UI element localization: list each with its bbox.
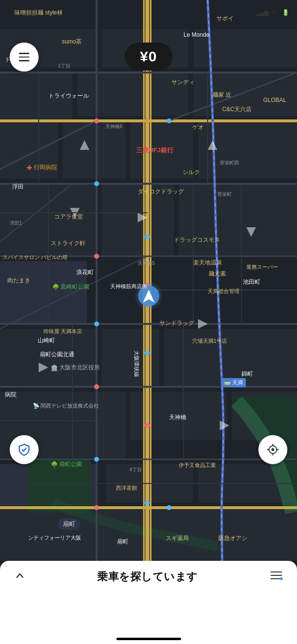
svg-point-54 bbox=[94, 457, 99, 462]
map-label-tenjin-bridge: 天神橋 bbox=[169, 413, 186, 422]
map-label-daikoku: ダイコクドラッグ bbox=[138, 188, 184, 196]
map-label-geo: ゲオ bbox=[192, 123, 204, 132]
map-label-mufj: 三菱UFJ銀行 bbox=[136, 146, 173, 155]
map-label-kanei: 菅栄町西 bbox=[220, 160, 239, 166]
map-label-ginmiya: 吟味屋 天満本店 bbox=[43, 328, 82, 335]
map-label-osaka-loop: 大阪環状線 bbox=[133, 351, 140, 377]
map-label-lemonde: Le Monde bbox=[184, 31, 209, 38]
svg-point-50 bbox=[94, 181, 99, 186]
map-label-yamazaki: 山崎町 bbox=[38, 337, 55, 345]
svg-point-48 bbox=[94, 118, 99, 123]
map-tag-ogimachi: 扇町 bbox=[58, 518, 80, 530]
battery-icon: 🔋 bbox=[282, 9, 289, 16]
map-label-ogimachi-park: 🌳扇町公園 bbox=[51, 460, 82, 468]
svg-point-52 bbox=[94, 322, 99, 326]
map-label-tenjinbashi: 天神橋筋商店街 bbox=[110, 283, 147, 290]
list-button[interactable] bbox=[270, 570, 283, 584]
map-label-tenjin5: 天神橋5 bbox=[138, 260, 155, 267]
list-icon bbox=[270, 570, 283, 581]
map-label-ogimachi: 扇町公園北通 bbox=[40, 351, 74, 359]
svg-point-30 bbox=[145, 234, 150, 239]
menu-line3 bbox=[19, 60, 29, 61]
network-type: 4G bbox=[271, 9, 279, 16]
map-label-nishiki: 錦町 bbox=[241, 370, 253, 378]
map-label-ogimachi2: 扇町 bbox=[117, 538, 128, 546]
map-label-1chome: 1丁目 bbox=[58, 63, 71, 70]
map-label-cc: C&C天六店 bbox=[222, 105, 252, 114]
map-label-silk: シルク bbox=[183, 168, 200, 176]
map-label-ukita: 浮田 bbox=[12, 183, 24, 191]
map-label-sundrug: サンドラッグ bbox=[159, 319, 194, 327]
map-label-tenjin6: 天神橋6 bbox=[105, 123, 123, 130]
menu-line2 bbox=[19, 57, 29, 58]
svg-point-33 bbox=[145, 423, 150, 428]
map-label-ukita1: 浮田1 bbox=[10, 220, 22, 227]
svg-point-49 bbox=[167, 118, 171, 123]
svg-point-80 bbox=[271, 448, 274, 451]
map-label-iyo: 伊予又食品工業 bbox=[179, 462, 216, 469]
map-label-sumo: sumo茶 bbox=[62, 38, 82, 46]
map-label-sandy: サンディ bbox=[171, 78, 195, 87]
svg-point-88 bbox=[280, 577, 283, 580]
map-label-foria: ンティフォーリア大阪 bbox=[28, 534, 81, 542]
bottom-bar: 乗車を探しています bbox=[0, 561, 297, 589]
svg-point-34 bbox=[145, 500, 150, 505]
svg-point-51 bbox=[94, 254, 99, 259]
map-label-koala: コアラ食堂 bbox=[54, 213, 83, 221]
station-tenma: 🚃 天満 bbox=[221, 378, 246, 387]
map-label-tenmaso: 天満総合管理 bbox=[208, 288, 240, 295]
map-label-sugi: スギ薬局 bbox=[166, 534, 189, 542]
map-label-kucho: 🏛️大阪市北区役所 bbox=[51, 364, 100, 372]
location-icon bbox=[266, 443, 280, 456]
signal-bars: ▂▄▆ bbox=[255, 9, 269, 16]
menu-line1 bbox=[19, 53, 29, 54]
map-label-seiyou: 西洋茶館 bbox=[116, 484, 137, 492]
menu-button[interactable] bbox=[10, 43, 39, 72]
svg-point-32 bbox=[145, 351, 150, 355]
map-label-byoin: 病院 bbox=[5, 391, 16, 399]
map-label-hankyu: 阪急オアシ bbox=[218, 534, 247, 542]
chevron-up-icon bbox=[14, 570, 25, 581]
location-button[interactable] bbox=[258, 435, 287, 464]
map-label-anaba: 穴場天満1号店 bbox=[192, 337, 227, 345]
price-badge: ¥0 bbox=[125, 43, 172, 71]
map-label-ikeda: 池田町 bbox=[243, 278, 260, 286]
bottom-panel: 乗車を探しています bbox=[0, 561, 297, 644]
svg-point-53 bbox=[94, 384, 99, 389]
map-label-global: GLOBAL bbox=[263, 97, 286, 103]
map-label-kurosaki: 🌳黒崎町公園 bbox=[52, 283, 89, 291]
price-display: ¥0 bbox=[140, 48, 157, 65]
status-icons: ▂▄▆ 4G 🔋 bbox=[255, 9, 289, 16]
svg-point-55 bbox=[94, 505, 99, 510]
status-bar: ▂▄▆ 4G 🔋 bbox=[0, 0, 297, 21]
map-label-kansai-tv: 📡関西テレビ放送株式会社 bbox=[33, 402, 99, 410]
map-label-gyomu: 業務スーパー bbox=[246, 263, 278, 271]
map-label-4chome: 4丁目 bbox=[129, 467, 142, 473]
svg-point-56 bbox=[167, 505, 171, 510]
shield-button[interactable] bbox=[10, 435, 39, 464]
chevron-up-button[interactable] bbox=[14, 570, 25, 584]
map-label-menmoto: 麺元素 bbox=[209, 270, 226, 278]
svg-rect-13 bbox=[179, 184, 297, 256]
map-label-naniwamachi: 浪花町 bbox=[76, 268, 94, 277]
map-label-spice: スパイスサロン バビルの塔 bbox=[2, 254, 68, 261]
map-label-nikutamaki: 肉たまき bbox=[7, 277, 30, 285]
map-label-rakutenchi: 楽天地温泉 bbox=[193, 259, 222, 267]
map-label-strike: ストライク軒 bbox=[51, 239, 85, 248]
map-label-menka: 麺家 近 bbox=[212, 91, 231, 99]
map-label-gyooka: ✚行岡病院 bbox=[27, 163, 57, 172]
status-text: 乗車を探しています bbox=[97, 570, 198, 584]
shield-icon bbox=[17, 443, 31, 456]
map-label-kanei2: 菅栄町 bbox=[217, 191, 232, 198]
map-label-trywall: トライウォール bbox=[48, 92, 89, 100]
map-label-drug: ドラッグコスモス bbox=[174, 236, 220, 244]
home-indicator bbox=[116, 638, 181, 640]
map-view[interactable]: 味噌担担麺 style林 サボイ sumo茶 Le Monde ドミ 1丁目 サ… bbox=[0, 0, 297, 561]
